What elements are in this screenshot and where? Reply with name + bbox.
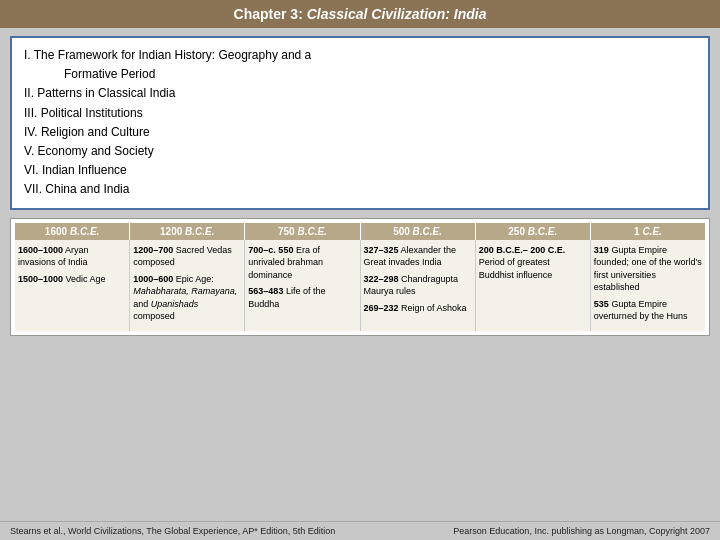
chapter-label-normal: Chapter 3:	[234, 6, 303, 22]
event-vedas: 1200–700 Sacred Vedas composed	[133, 244, 241, 269]
outline-item-II: II. Patterns in Classical India	[24, 84, 696, 103]
timeline: 1600 B.C.E. 1200 B.C.E. 750 B.C.E. 500 B…	[10, 218, 710, 337]
col-header-500: 500 B.C.E.	[361, 223, 476, 240]
outline-item-formative: Formative Period	[64, 65, 696, 84]
event-epic: 1000–600 Epic Age: Mahabharata, Ramayana…	[133, 273, 241, 323]
timeline-col-5: 200 B.C.E.– 200 C.E. Period of greatest …	[476, 240, 591, 332]
timeline-col-4: 327–325 Alexander the Great invades Indi…	[361, 240, 476, 332]
outline-item-IV: IV. Religion and Culture	[24, 123, 696, 142]
timeline-header: 1600 B.C.E. 1200 B.C.E. 750 B.C.E. 500 B…	[15, 223, 705, 240]
outline-item-VI: VI. Indian Influence	[24, 161, 696, 180]
main-content: I. The Framework for Indian History: Geo…	[0, 28, 720, 521]
timeline-col-1: 1600–1000 Aryan invasions of India 1500–…	[15, 240, 130, 332]
col-header-1ce: 1 C.E.	[591, 223, 705, 240]
timeline-body: 1600–1000 Aryan invasions of India 1500–…	[15, 240, 705, 332]
col-header-1600: 1600 B.C.E.	[15, 223, 130, 240]
footer-right: Pearson Education, Inc. publishing as Lo…	[453, 526, 710, 536]
col-header-750: 750 B.C.E.	[245, 223, 360, 240]
timeline-col-2: 1200–700 Sacred Vedas composed 1000–600 …	[130, 240, 245, 332]
col-header-1200: 1200 B.C.E.	[130, 223, 245, 240]
chapter-label-italic: Classical Civilization: India	[307, 6, 487, 22]
event-buddha: 563–483 Life of the Buddha	[248, 285, 356, 310]
col-header-250: 250 B.C.E.	[476, 223, 591, 240]
page-footer: Stearns et al., World Civilizations, The…	[0, 521, 720, 540]
event-ashoka: 269–232 Reign of Ashoka	[364, 302, 472, 315]
outline-box: I. The Framework for Indian History: Geo…	[10, 36, 710, 210]
outline-item-I: I. The Framework for Indian History: Geo…	[24, 46, 696, 65]
event-gupta-overturned: 535 Gupta Empire overturned by the Huns	[594, 298, 702, 323]
event-gupta-founded: 319 Gupta Empire founded; one of the wor…	[594, 244, 702, 294]
event-alexander: 327–325 Alexander the Great invades Indi…	[364, 244, 472, 269]
event-vedic: 1500–1000 Vedic Age	[18, 273, 126, 286]
event-brahman: 700–c. 550 Era of unrivaled brahman domi…	[248, 244, 356, 282]
outline-item-VII: VII. China and India	[24, 180, 696, 199]
outline-item-III: III. Political Institutions	[24, 104, 696, 123]
page-header: Chapter 3: Classical Civilization: India	[0, 0, 720, 28]
timeline-col-6: 319 Gupta Empire founded; one of the wor…	[591, 240, 705, 332]
event-aryan: 1600–1000 Aryan invasions of India	[18, 244, 126, 269]
event-buddhist: 200 B.C.E.– 200 C.E. Period of greatest …	[479, 244, 587, 282]
timeline-col-3: 700–c. 550 Era of unrivaled brahman domi…	[245, 240, 360, 332]
outline-item-V: V. Economy and Society	[24, 142, 696, 161]
footer-left: Stearns et al., World Civilizations, The…	[10, 526, 335, 536]
event-chandragupta: 322–298 Chandragupta Maurya rules	[364, 273, 472, 298]
